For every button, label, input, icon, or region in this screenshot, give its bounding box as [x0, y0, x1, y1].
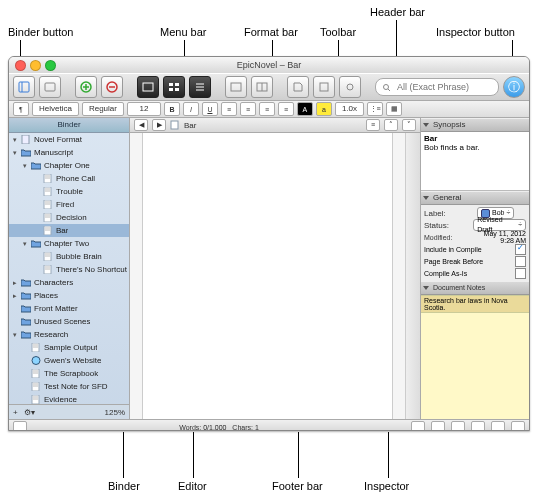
- window-title: EpicNovel – Bar: [9, 60, 529, 70]
- italic-button[interactable]: I: [183, 102, 199, 116]
- status-label: Status:: [424, 221, 470, 230]
- quickref-button[interactable]: [313, 76, 335, 98]
- svg-rect-2: [45, 83, 55, 91]
- styles-button[interactable]: ¶: [13, 102, 29, 116]
- svg-rect-9: [169, 83, 173, 86]
- binder-item[interactable]: ▾Chapter Two: [9, 237, 129, 250]
- callout-inspector-button: Inspector button: [436, 26, 515, 38]
- binder-item[interactable]: ▾Chapter One: [9, 159, 129, 172]
- char-count: Chars: 1: [232, 424, 258, 431]
- binder-item[interactable]: Bar: [9, 224, 129, 237]
- binder-item[interactable]: Gwen's Website: [9, 354, 129, 367]
- nav-back-button[interactable]: ◀: [134, 119, 148, 131]
- underline-button[interactable]: U: [202, 102, 218, 116]
- inspector-panel: Synopsis Bar Bob finds a bar. General La…: [421, 118, 529, 419]
- callout-toolbar: Toolbar: [320, 26, 356, 38]
- compile-button[interactable]: [287, 76, 309, 98]
- general-header[interactable]: General: [421, 191, 529, 205]
- nav-fwd-button[interactable]: ▶: [152, 119, 166, 131]
- collections-button[interactable]: [39, 76, 61, 98]
- footer-target-button[interactable]: [411, 421, 425, 431]
- binder-header: Binder: [9, 118, 129, 133]
- footer-left-button[interactable]: [13, 421, 27, 431]
- binder-item[interactable]: ▸Places: [9, 289, 129, 302]
- word-count: Words: 0/1,000: [179, 424, 226, 431]
- binder-item[interactable]: There's No Shortcut: [9, 263, 129, 276]
- document-notes[interactable]: Research bar laws in Nova Scotia.: [421, 295, 529, 419]
- list-button[interactable]: ⋮≡: [367, 102, 383, 116]
- binder-button[interactable]: [13, 76, 35, 98]
- text-color-button[interactable]: A: [297, 102, 313, 116]
- svg-point-20: [347, 84, 353, 90]
- split-button[interactable]: [251, 76, 273, 98]
- footer-view-button-3[interactable]: [471, 421, 485, 431]
- compile-asis-label: Compile As-Is: [424, 270, 467, 277]
- binder-item[interactable]: Fired: [9, 198, 129, 211]
- compose-button[interactable]: [225, 76, 247, 98]
- align-right-button[interactable]: ≡: [259, 102, 275, 116]
- binder-item[interactable]: Bubble Brain: [9, 250, 129, 263]
- align-left-button[interactable]: ≡: [221, 102, 237, 116]
- font-size-select[interactable]: 12: [127, 102, 161, 116]
- view-corkboard-button[interactable]: [163, 76, 185, 98]
- svg-rect-0: [19, 82, 29, 92]
- font-style-select[interactable]: Regular: [82, 102, 124, 116]
- editor-text-area[interactable]: [130, 133, 405, 419]
- magnify-icon: [382, 83, 391, 92]
- svg-point-48: [32, 357, 40, 365]
- binder-item[interactable]: Phone Call: [9, 172, 129, 185]
- editor-scrollbar-v[interactable]: [405, 133, 420, 419]
- binder-tree[interactable]: ▾Novel Format▾Manuscript▾Chapter OnePhon…: [9, 133, 129, 404]
- svg-point-21: [384, 84, 389, 89]
- binder-item[interactable]: Evidence: [9, 393, 129, 404]
- binder-item[interactable]: Front Matter: [9, 302, 129, 315]
- binder-item[interactable]: The Scrapbook: [9, 367, 129, 380]
- search-field[interactable]: [375, 78, 499, 96]
- binder-add-button[interactable]: +: [13, 408, 18, 417]
- binder-item[interactable]: ▸Characters: [9, 276, 129, 289]
- format-bar: ¶ Helvetica Regular 12 B I U ≡ ≡ ≡ ≡ A a…: [9, 101, 529, 118]
- synopsis-title: Bar: [424, 134, 526, 143]
- footer-view-button-2[interactable]: [451, 421, 465, 431]
- include-compile-checkbox[interactable]: [515, 244, 526, 255]
- page-break-checkbox[interactable]: [515, 256, 526, 267]
- highlight-button[interactable]: a: [316, 102, 332, 116]
- add-button[interactable]: [75, 76, 97, 98]
- search-input[interactable]: [395, 81, 492, 93]
- footer-view-button-5[interactable]: [511, 421, 525, 431]
- footer-view-button-1[interactable]: [431, 421, 445, 431]
- notes-header[interactable]: Document Notes: [421, 281, 529, 295]
- binder-actions-button[interactable]: ⚙▾: [24, 408, 35, 417]
- inspector-button[interactable]: ⓘ: [503, 76, 525, 98]
- binder-item[interactable]: Decision: [9, 211, 129, 224]
- binder-item[interactable]: Sample Output: [9, 341, 129, 354]
- binder-item[interactable]: ▾Manuscript: [9, 146, 129, 159]
- trash-button[interactable]: [101, 76, 123, 98]
- svg-rect-65: [171, 121, 178, 129]
- toolbar-extra-button[interactable]: [339, 76, 361, 98]
- compile-asis-checkbox[interactable]: [515, 268, 526, 279]
- binder-item[interactable]: Trouble: [9, 185, 129, 198]
- table-button[interactable]: ▦: [386, 102, 402, 116]
- label-label: Label:: [424, 209, 474, 218]
- binder-item[interactable]: Test Note for SFD: [9, 380, 129, 393]
- binder-item[interactable]: Unused Scenes: [9, 315, 129, 328]
- nav-up-button[interactable]: ˄: [384, 119, 398, 131]
- editor-menu-button[interactable]: ≡: [366, 119, 380, 131]
- view-scrivenings-button[interactable]: [137, 76, 159, 98]
- synopsis-card[interactable]: Bar Bob finds a bar.: [421, 132, 529, 191]
- nav-down-button[interactable]: ˅: [402, 119, 416, 131]
- binder-zoom[interactable]: 125%: [105, 408, 125, 417]
- binder-item[interactable]: ▾Novel Format: [9, 133, 129, 146]
- synopsis-header[interactable]: Synopsis: [421, 118, 529, 132]
- toolbar: ⓘ: [9, 73, 529, 101]
- font-family-select[interactable]: Helvetica: [32, 102, 79, 116]
- align-center-button[interactable]: ≡: [240, 102, 256, 116]
- bold-button[interactable]: B: [164, 102, 180, 116]
- align-justify-button[interactable]: ≡: [278, 102, 294, 116]
- footer-view-button-4[interactable]: [491, 421, 505, 431]
- view-outline-button[interactable]: [189, 76, 211, 98]
- binder-item[interactable]: ▾Research: [9, 328, 129, 341]
- line-spacing-select[interactable]: 1.0x: [335, 102, 364, 116]
- svg-rect-16: [231, 83, 241, 91]
